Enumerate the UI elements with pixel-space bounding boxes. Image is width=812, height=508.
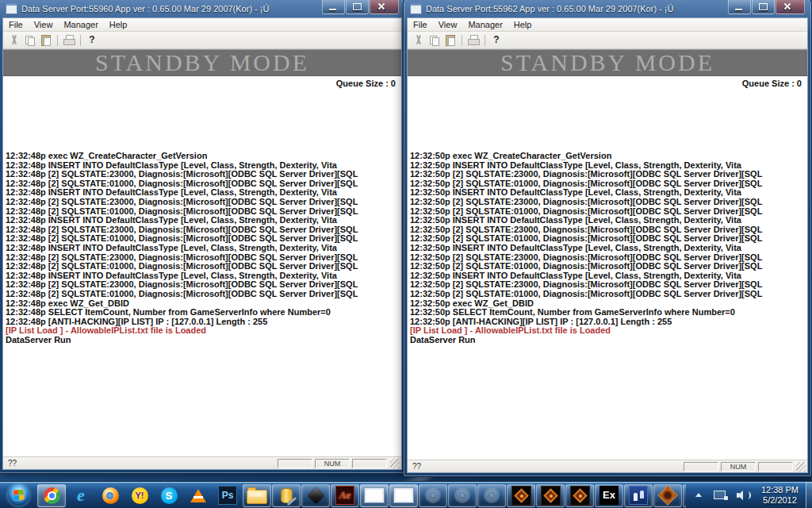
taskbar-zhyper-button[interactable]: Ae bbox=[331, 484, 359, 507]
minimize-button[interactable] bbox=[322, 0, 345, 14]
cut-icon[interactable] bbox=[412, 34, 425, 46]
taskbar-yahoo-button[interactable]: Y! bbox=[125, 484, 154, 507]
log-line: 12:32:48p INSERT INTO DefaultClassType [… bbox=[6, 161, 401, 171]
resize-grip[interactable] bbox=[796, 462, 806, 471]
status-ready: ?? bbox=[409, 462, 684, 471]
copy-icon[interactable] bbox=[428, 34, 441, 46]
start-orb-icon bbox=[8, 484, 29, 506]
taskbar-blue-figures-button[interactable] bbox=[624, 484, 653, 507]
paste-icon[interactable] bbox=[444, 34, 457, 46]
menu-manager[interactable]: Manager bbox=[462, 19, 508, 30]
resize-grip[interactable] bbox=[390, 459, 400, 468]
taskbar-firefox-button[interactable] bbox=[96, 484, 124, 507]
log-line: 12:32:48p [2] SQLSTATE:23000, Diagnosis:… bbox=[6, 253, 401, 263]
window-title: Data Server Port:55960 App ver : 0.65.00… bbox=[21, 4, 316, 13]
firefox-icon bbox=[102, 487, 119, 504]
start-button[interactable] bbox=[0, 482, 36, 508]
menu-file[interactable]: File bbox=[3, 19, 29, 30]
taskbar-dark-emblem-button[interactable] bbox=[565, 484, 594, 507]
help-icon[interactable]: ? bbox=[490, 34, 503, 46]
network-tray-icon[interactable] bbox=[714, 491, 726, 499]
log-line: 12:32:48p SELECT ItemCount, Number from … bbox=[6, 308, 401, 318]
log-line: 12:32:48p [2] SQLSTATE:23000, Diagnosis:… bbox=[6, 170, 401, 179]
titlebar[interactable]: Data Server Port:55962 App ver : 0.65.00… bbox=[407, 0, 808, 17]
status-ready: ?? bbox=[5, 459, 278, 468]
print-icon[interactable] bbox=[63, 34, 75, 46]
close-button[interactable] bbox=[370, 0, 399, 14]
statusbar: ?? NUM bbox=[3, 456, 401, 469]
log-line: 12:32:50p [2] SQLSTATE:23000, Diagnosis:… bbox=[410, 198, 807, 207]
menu-view[interactable]: View bbox=[29, 19, 59, 30]
hidden-icons-arrow-icon[interactable] bbox=[695, 493, 702, 497]
taskbar-black-cube-button[interactable] bbox=[301, 484, 330, 507]
dataserver-window-icon bbox=[393, 487, 414, 503]
taskbar-photoshop-button[interactable]: Ps bbox=[213, 484, 242, 507]
log-line: 12:32:48p [2] SQLSTATE:01000, Diagnosis:… bbox=[6, 179, 401, 189]
blue-figures-icon bbox=[629, 486, 648, 505]
menu-file[interactable]: File bbox=[408, 19, 433, 30]
copy-icon[interactable] bbox=[24, 34, 36, 46]
taskbar-dataserver-window-button[interactable] bbox=[360, 484, 389, 507]
taskbar-explorer-button[interactable] bbox=[243, 484, 271, 507]
log-line: 12:32:50p [ANTI-HACKING][IP LIST] IP : [… bbox=[410, 318, 807, 327]
help-icon[interactable]: ? bbox=[86, 34, 98, 46]
taskbar-ghost-emblem-button[interactable] bbox=[477, 484, 506, 507]
log-line: 12:32:48p [2] SQLSTATE:01000, Diagnosis:… bbox=[6, 234, 401, 244]
taskbar-dataserver-window-button[interactable] bbox=[389, 484, 418, 507]
titlebar[interactable]: Data Server Port:55960 App ver : 0.65.00… bbox=[2, 0, 402, 17]
log-line: 12:32:50p INSERT INTO DefaultClassType [… bbox=[410, 188, 807, 198]
taskbar-vlc-button[interactable] bbox=[184, 484, 213, 507]
menu-view[interactable]: View bbox=[433, 19, 463, 30]
taskbar-painter-button[interactable] bbox=[683, 484, 686, 507]
log-client-area: STANDBY MODE Queue Size : 0 12:32:50p ex… bbox=[408, 49, 807, 460]
taskbar: eY!SPsAeEx 12:38 PM 5/2/2012 bbox=[0, 481, 812, 508]
print-icon[interactable] bbox=[467, 34, 480, 46]
close-button[interactable] bbox=[776, 0, 805, 14]
taskbar-clock[interactable]: 12:38 PM 5/2/2012 bbox=[758, 485, 806, 506]
taskbar-chrome-button[interactable] bbox=[37, 484, 66, 507]
taskbar-buttons: eY!SPsAeEx bbox=[0, 482, 686, 508]
maximize-button[interactable] bbox=[752, 0, 775, 14]
menu-help[interactable]: Help bbox=[104, 19, 133, 30]
maximize-button[interactable] bbox=[346, 0, 369, 14]
log-line: 12:32:48p [2] SQLSTATE:01000, Diagnosis:… bbox=[6, 262, 401, 271]
taskbar-ghost-emblem-button[interactable] bbox=[448, 484, 477, 507]
cut-icon[interactable] bbox=[8, 34, 21, 46]
log-line: 12:32:50p [2] SQLSTATE:01000, Diagnosis:… bbox=[410, 290, 807, 299]
taskbar-ghost-emblem-button[interactable] bbox=[419, 484, 447, 507]
log-line: 12:32:48p [2] SQLSTATE:23000, Diagnosis:… bbox=[6, 225, 401, 235]
photoshop-icon: Ps bbox=[218, 486, 237, 505]
log-line: 12:32:48p [2] SQLSTATE:23000, Diagnosis:… bbox=[6, 198, 401, 207]
volume-tray-icon[interactable] bbox=[737, 491, 749, 500]
taskbar-dark-emblem-button[interactable] bbox=[507, 484, 535, 507]
taskbar-orange-emblem-button[interactable] bbox=[653, 484, 682, 507]
taskbar-ex-tool-button[interactable]: Ex bbox=[595, 484, 623, 507]
menubar: File View Manager Help bbox=[3, 18, 401, 32]
log-line: 12:32:48p [ANTI-HACKING][IP LIST] IP : [… bbox=[6, 318, 401, 327]
taskbar-db-tool-button[interactable] bbox=[272, 484, 301, 507]
window-title: Data Server Port:55962 App ver : 0.65.00… bbox=[426, 4, 722, 13]
ghost-emblem-icon bbox=[484, 487, 500, 503]
log-line: 12:32:48p [2] SQLSTATE:23000, Diagnosis:… bbox=[6, 280, 401, 290]
taskbar-dark-emblem-button[interactable] bbox=[536, 484, 565, 507]
log-line: 12:32:50p INSERT INTO DefaultClassType [… bbox=[410, 244, 807, 253]
toolbar: ? bbox=[408, 32, 807, 49]
log-line: 12:32:50p SELECT ItemCount, Number from … bbox=[410, 308, 807, 318]
log: 12:32:50p exec WZ_CreateCharacter_GetVer… bbox=[410, 152, 807, 344]
minimize-button[interactable] bbox=[728, 0, 751, 14]
menu-help[interactable]: Help bbox=[508, 19, 538, 30]
dataserver-window-icon bbox=[364, 487, 385, 503]
log-line: 12:32:50p [2] SQLSTATE:23000, Diagnosis:… bbox=[410, 170, 807, 179]
log-line: 12:32:50p INSERT INTO DefaultClassType [… bbox=[410, 216, 807, 225]
dark-emblem-icon bbox=[570, 486, 590, 506]
ie-icon: e bbox=[77, 487, 85, 504]
log-line: 12:32:48p [2] SQLSTATE:01000, Diagnosis:… bbox=[6, 207, 401, 217]
standby-banner: STANDBY MODE bbox=[408, 50, 807, 76]
show-desktop-button[interactable] bbox=[806, 482, 812, 508]
taskbar-ie-button[interactable]: e bbox=[67, 484, 95, 507]
taskbar-skype-button[interactable]: S bbox=[155, 484, 183, 507]
log-line: 12:32:48p INSERT INTO DefaultClassType [… bbox=[6, 188, 401, 198]
paste-icon[interactable] bbox=[40, 34, 52, 46]
log-line: DataServer Run bbox=[6, 336, 401, 345]
menu-manager[interactable]: Manager bbox=[58, 19, 103, 30]
